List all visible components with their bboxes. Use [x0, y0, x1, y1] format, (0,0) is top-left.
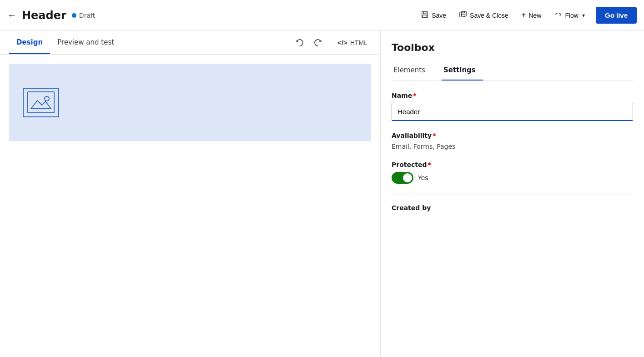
availability-value: Email, Forms, Pages — [392, 143, 633, 150]
topbar: ← Header Draft Save — [0, 0, 644, 31]
back-button[interactable]: ← — [7, 10, 16, 20]
protected-section: Protected * Yes — [392, 161, 633, 184]
save-close-label: Save & Close — [470, 12, 508, 19]
toggle-row: Yes — [392, 172, 633, 184]
availability-required: * — [433, 132, 436, 139]
new-button[interactable]: + New — [516, 7, 547, 24]
created-by-section: Created by — [392, 204, 633, 211]
editor-tabs: Design Preview and test — [0, 31, 380, 55]
created-by-label: Created by — [392, 204, 633, 211]
draft-dot — [72, 13, 76, 18]
save-close-icon — [459, 10, 467, 20]
save-icon — [421, 10, 429, 20]
svg-rect-7 — [28, 92, 54, 113]
redo-button[interactable] — [310, 35, 326, 50]
code-icon: </> — [337, 39, 347, 46]
svg-rect-2 — [423, 15, 427, 17]
tab-design[interactable]: Design — [9, 31, 50, 54]
protected-label: Protected * — [392, 161, 633, 168]
draft-badge: Draft — [72, 12, 95, 19]
protected-required: * — [428, 161, 431, 168]
tabs-left: Design Preview and test — [9, 31, 121, 54]
name-section: Name * — [392, 92, 633, 121]
flow-label: Flow — [565, 12, 579, 19]
section-divider — [392, 195, 633, 195]
draft-label: Draft — [79, 12, 95, 19]
name-input[interactable] — [392, 103, 633, 121]
canvas-area: Design Preview and test — [0, 31, 380, 357]
toolbox-title: Toolbox — [392, 42, 633, 53]
flow-button[interactable]: Flow ▾ — [548, 7, 590, 24]
flow-icon — [554, 10, 562, 20]
main-layout: Design Preview and test — [0, 31, 644, 357]
name-label: Name * — [392, 92, 633, 99]
go-live-button[interactable]: Go live — [596, 7, 637, 24]
toolbox: Toolbox Elements Settings Name * — [381, 31, 644, 211]
availability-section: Availability * Email, Forms, Pages — [392, 132, 633, 150]
svg-point-8 — [45, 96, 49, 101]
image-placeholder — [23, 88, 59, 117]
svg-rect-1 — [423, 11, 426, 14]
toggle-knob — [403, 173, 412, 182]
toolbar-divider — [330, 37, 330, 48]
protected-toggle[interactable] — [392, 172, 413, 184]
new-label: New — [528, 12, 541, 19]
header-image-block[interactable] — [9, 64, 371, 141]
availability-label: Availability * — [392, 132, 633, 139]
name-required: * — [413, 92, 416, 99]
tabs-right: </> HTML — [292, 35, 371, 50]
tab-preview[interactable]: Preview and test — [50, 31, 121, 54]
html-label: HTML — [350, 39, 367, 46]
save-label: Save — [432, 12, 446, 19]
toolbox-tab-settings[interactable]: Settings — [442, 62, 483, 80]
new-icon: + — [521, 10, 526, 20]
go-live-label: Go live — [605, 11, 628, 19]
right-panel: Toolbox Elements Settings Name * — [380, 31, 644, 357]
topbar-left: ← Header Draft — [7, 9, 412, 22]
canvas — [0, 55, 380, 150]
chevron-down-icon: ▾ — [582, 12, 585, 19]
html-button[interactable]: </> HTML — [334, 36, 371, 49]
save-close-button[interactable]: Save & Close — [453, 7, 514, 24]
back-icon: ← — [7, 10, 16, 20]
save-button[interactable]: Save — [415, 7, 452, 24]
page-title: Header — [22, 9, 66, 22]
undo-button[interactable] — [292, 35, 308, 50]
svg-rect-4 — [461, 11, 466, 16]
toggle-label: Yes — [418, 174, 428, 181]
toolbox-tab-elements[interactable]: Elements — [392, 62, 433, 80]
topbar-right: Save Save & Close + New — [415, 7, 637, 24]
toolbox-tabs: Elements Settings — [392, 62, 633, 81]
